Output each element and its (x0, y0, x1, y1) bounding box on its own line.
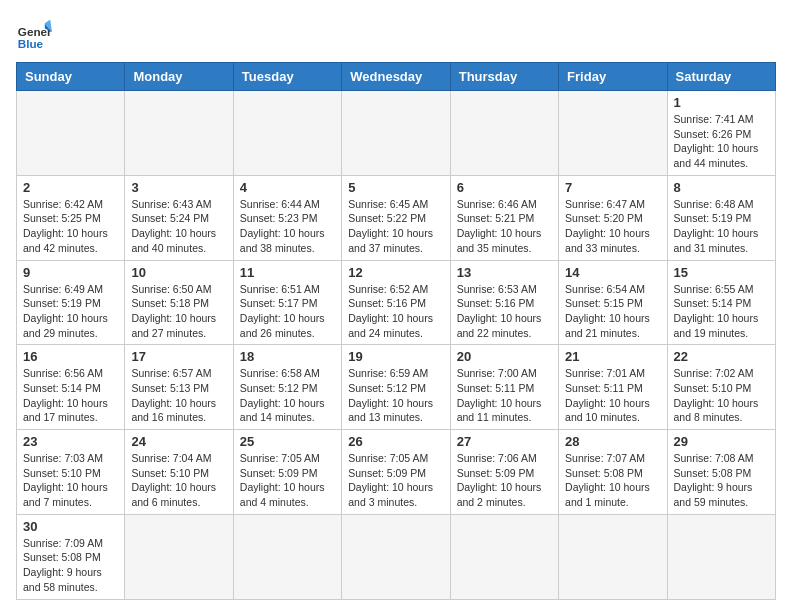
day-info: Sunrise: 7:00 AM Sunset: 5:11 PM Dayligh… (457, 366, 552, 425)
svg-text:Blue: Blue (18, 37, 44, 50)
day-cell: 29Sunrise: 7:08 AM Sunset: 5:08 PM Dayli… (667, 430, 775, 515)
day-info: Sunrise: 6:55 AM Sunset: 5:14 PM Dayligh… (674, 282, 769, 341)
day-cell: 20Sunrise: 7:00 AM Sunset: 5:11 PM Dayli… (450, 345, 558, 430)
day-number: 8 (674, 180, 769, 195)
day-number: 3 (131, 180, 226, 195)
day-info: Sunrise: 7:01 AM Sunset: 5:11 PM Dayligh… (565, 366, 660, 425)
day-cell: 3Sunrise: 6:43 AM Sunset: 5:24 PM Daylig… (125, 175, 233, 260)
day-info: Sunrise: 7:06 AM Sunset: 5:09 PM Dayligh… (457, 451, 552, 510)
day-cell: 26Sunrise: 7:05 AM Sunset: 5:09 PM Dayli… (342, 430, 450, 515)
day-cell (342, 91, 450, 176)
day-number: 9 (23, 265, 118, 280)
week-row-6: 30Sunrise: 7:09 AM Sunset: 5:08 PM Dayli… (17, 514, 776, 599)
day-number: 5 (348, 180, 443, 195)
day-cell (233, 514, 341, 599)
day-number: 6 (457, 180, 552, 195)
day-number: 22 (674, 349, 769, 364)
day-cell: 10Sunrise: 6:50 AM Sunset: 5:18 PM Dayli… (125, 260, 233, 345)
day-number: 4 (240, 180, 335, 195)
day-cell: 15Sunrise: 6:55 AM Sunset: 5:14 PM Dayli… (667, 260, 775, 345)
day-cell: 12Sunrise: 6:52 AM Sunset: 5:16 PM Dayli… (342, 260, 450, 345)
day-cell: 21Sunrise: 7:01 AM Sunset: 5:11 PM Dayli… (559, 345, 667, 430)
day-info: Sunrise: 7:05 AM Sunset: 5:09 PM Dayligh… (348, 451, 443, 510)
day-cell: 6Sunrise: 6:46 AM Sunset: 5:21 PM Daylig… (450, 175, 558, 260)
day-header-sunday: Sunday (17, 63, 125, 91)
day-cell: 2Sunrise: 6:42 AM Sunset: 5:25 PM Daylig… (17, 175, 125, 260)
day-header-monday: Monday (125, 63, 233, 91)
day-number: 18 (240, 349, 335, 364)
week-row-5: 23Sunrise: 7:03 AM Sunset: 5:10 PM Dayli… (17, 430, 776, 515)
page-header: General Blue (16, 16, 776, 52)
day-info: Sunrise: 6:44 AM Sunset: 5:23 PM Dayligh… (240, 197, 335, 256)
day-cell: 25Sunrise: 7:05 AM Sunset: 5:09 PM Dayli… (233, 430, 341, 515)
day-cell (342, 514, 450, 599)
day-cell: 13Sunrise: 6:53 AM Sunset: 5:16 PM Dayli… (450, 260, 558, 345)
day-cell: 30Sunrise: 7:09 AM Sunset: 5:08 PM Dayli… (17, 514, 125, 599)
day-info: Sunrise: 7:03 AM Sunset: 5:10 PM Dayligh… (23, 451, 118, 510)
day-info: Sunrise: 6:43 AM Sunset: 5:24 PM Dayligh… (131, 197, 226, 256)
day-cell: 8Sunrise: 6:48 AM Sunset: 5:19 PM Daylig… (667, 175, 775, 260)
day-cell: 5Sunrise: 6:45 AM Sunset: 5:22 PM Daylig… (342, 175, 450, 260)
day-header-friday: Friday (559, 63, 667, 91)
day-header-tuesday: Tuesday (233, 63, 341, 91)
day-number: 10 (131, 265, 226, 280)
day-cell: 14Sunrise: 6:54 AM Sunset: 5:15 PM Dayli… (559, 260, 667, 345)
day-number: 16 (23, 349, 118, 364)
day-number: 12 (348, 265, 443, 280)
day-number: 13 (457, 265, 552, 280)
day-info: Sunrise: 6:51 AM Sunset: 5:17 PM Dayligh… (240, 282, 335, 341)
day-info: Sunrise: 7:09 AM Sunset: 5:08 PM Dayligh… (23, 536, 118, 595)
day-cell: 18Sunrise: 6:58 AM Sunset: 5:12 PM Dayli… (233, 345, 341, 430)
day-number: 17 (131, 349, 226, 364)
day-cell: 11Sunrise: 6:51 AM Sunset: 5:17 PM Dayli… (233, 260, 341, 345)
day-number: 1 (674, 95, 769, 110)
day-info: Sunrise: 6:45 AM Sunset: 5:22 PM Dayligh… (348, 197, 443, 256)
day-number: 27 (457, 434, 552, 449)
day-cell: 27Sunrise: 7:06 AM Sunset: 5:09 PM Dayli… (450, 430, 558, 515)
day-info: Sunrise: 6:58 AM Sunset: 5:12 PM Dayligh… (240, 366, 335, 425)
calendar-table: SundayMondayTuesdayWednesdayThursdayFrid… (16, 62, 776, 600)
day-info: Sunrise: 6:54 AM Sunset: 5:15 PM Dayligh… (565, 282, 660, 341)
day-number: 26 (348, 434, 443, 449)
day-info: Sunrise: 6:42 AM Sunset: 5:25 PM Dayligh… (23, 197, 118, 256)
day-cell (559, 514, 667, 599)
day-info: Sunrise: 6:57 AM Sunset: 5:13 PM Dayligh… (131, 366, 226, 425)
day-cell: 23Sunrise: 7:03 AM Sunset: 5:10 PM Dayli… (17, 430, 125, 515)
day-cell (125, 514, 233, 599)
week-row-1: 1Sunrise: 7:41 AM Sunset: 6:26 PM Daylig… (17, 91, 776, 176)
day-info: Sunrise: 6:52 AM Sunset: 5:16 PM Dayligh… (348, 282, 443, 341)
day-number: 24 (131, 434, 226, 449)
day-number: 28 (565, 434, 660, 449)
week-row-2: 2Sunrise: 6:42 AM Sunset: 5:25 PM Daylig… (17, 175, 776, 260)
day-number: 7 (565, 180, 660, 195)
day-cell (450, 91, 558, 176)
day-number: 2 (23, 180, 118, 195)
day-info: Sunrise: 6:53 AM Sunset: 5:16 PM Dayligh… (457, 282, 552, 341)
day-cell: 22Sunrise: 7:02 AM Sunset: 5:10 PM Dayli… (667, 345, 775, 430)
day-info: Sunrise: 6:47 AM Sunset: 5:20 PM Dayligh… (565, 197, 660, 256)
day-cell (17, 91, 125, 176)
day-number: 30 (23, 519, 118, 534)
day-cell: 24Sunrise: 7:04 AM Sunset: 5:10 PM Dayli… (125, 430, 233, 515)
day-info: Sunrise: 6:49 AM Sunset: 5:19 PM Dayligh… (23, 282, 118, 341)
day-info: Sunrise: 6:59 AM Sunset: 5:12 PM Dayligh… (348, 366, 443, 425)
day-cell: 1Sunrise: 7:41 AM Sunset: 6:26 PM Daylig… (667, 91, 775, 176)
logo: General Blue (16, 16, 52, 52)
day-number: 14 (565, 265, 660, 280)
day-cell: 4Sunrise: 6:44 AM Sunset: 5:23 PM Daylig… (233, 175, 341, 260)
day-cell: 19Sunrise: 6:59 AM Sunset: 5:12 PM Dayli… (342, 345, 450, 430)
day-cell (125, 91, 233, 176)
day-cell: 17Sunrise: 6:57 AM Sunset: 5:13 PM Dayli… (125, 345, 233, 430)
day-number: 25 (240, 434, 335, 449)
day-header-thursday: Thursday (450, 63, 558, 91)
day-cell (233, 91, 341, 176)
day-info: Sunrise: 7:02 AM Sunset: 5:10 PM Dayligh… (674, 366, 769, 425)
day-info: Sunrise: 6:50 AM Sunset: 5:18 PM Dayligh… (131, 282, 226, 341)
day-info: Sunrise: 6:56 AM Sunset: 5:14 PM Dayligh… (23, 366, 118, 425)
day-info: Sunrise: 7:05 AM Sunset: 5:09 PM Dayligh… (240, 451, 335, 510)
day-number: 15 (674, 265, 769, 280)
day-info: Sunrise: 7:07 AM Sunset: 5:08 PM Dayligh… (565, 451, 660, 510)
day-info: Sunrise: 7:04 AM Sunset: 5:10 PM Dayligh… (131, 451, 226, 510)
day-info: Sunrise: 6:48 AM Sunset: 5:19 PM Dayligh… (674, 197, 769, 256)
day-cell (667, 514, 775, 599)
